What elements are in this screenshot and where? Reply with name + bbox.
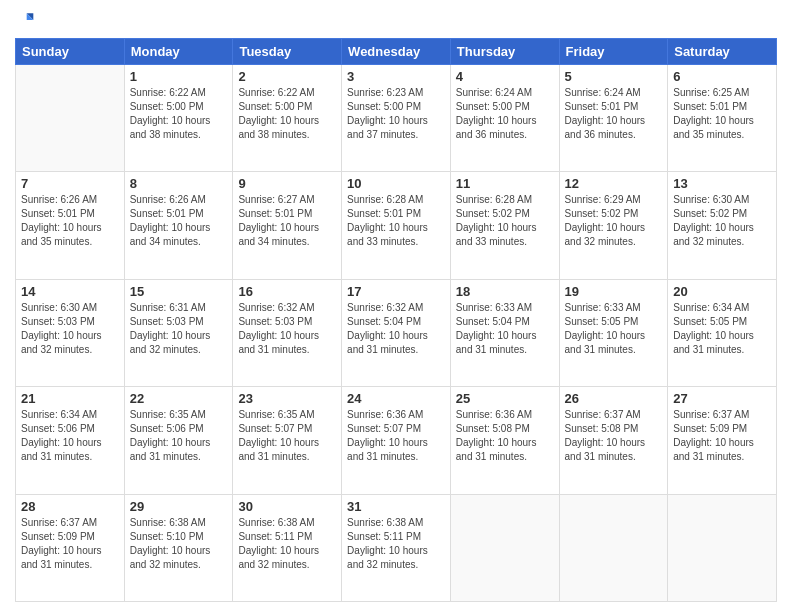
day-number: 3 <box>347 69 445 84</box>
week-row-5: 28Sunrise: 6:37 AM Sunset: 5:09 PM Dayli… <box>16 494 777 601</box>
calendar-cell: 31Sunrise: 6:38 AM Sunset: 5:11 PM Dayli… <box>342 494 451 601</box>
day-info: Sunrise: 6:38 AM Sunset: 5:10 PM Dayligh… <box>130 516 228 572</box>
day-number: 22 <box>130 391 228 406</box>
calendar-cell: 8Sunrise: 6:26 AM Sunset: 5:01 PM Daylig… <box>124 172 233 279</box>
day-number: 11 <box>456 176 554 191</box>
day-info: Sunrise: 6:22 AM Sunset: 5:00 PM Dayligh… <box>130 86 228 142</box>
calendar-cell: 9Sunrise: 6:27 AM Sunset: 5:01 PM Daylig… <box>233 172 342 279</box>
calendar-cell: 22Sunrise: 6:35 AM Sunset: 5:06 PM Dayli… <box>124 387 233 494</box>
week-row-4: 21Sunrise: 6:34 AM Sunset: 5:06 PM Dayli… <box>16 387 777 494</box>
calendar-cell: 3Sunrise: 6:23 AM Sunset: 5:00 PM Daylig… <box>342 65 451 172</box>
day-info: Sunrise: 6:36 AM Sunset: 5:07 PM Dayligh… <box>347 408 445 464</box>
calendar-cell: 20Sunrise: 6:34 AM Sunset: 5:05 PM Dayli… <box>668 279 777 386</box>
day-info: Sunrise: 6:22 AM Sunset: 5:00 PM Dayligh… <box>238 86 336 142</box>
weekday-header-saturday: Saturday <box>668 39 777 65</box>
day-number: 13 <box>673 176 771 191</box>
calendar-cell <box>668 494 777 601</box>
calendar-cell: 17Sunrise: 6:32 AM Sunset: 5:04 PM Dayli… <box>342 279 451 386</box>
day-number: 31 <box>347 499 445 514</box>
calendar-cell: 7Sunrise: 6:26 AM Sunset: 5:01 PM Daylig… <box>16 172 125 279</box>
day-number: 30 <box>238 499 336 514</box>
day-info: Sunrise: 6:30 AM Sunset: 5:03 PM Dayligh… <box>21 301 119 357</box>
day-info: Sunrise: 6:34 AM Sunset: 5:06 PM Dayligh… <box>21 408 119 464</box>
day-info: Sunrise: 6:24 AM Sunset: 5:00 PM Dayligh… <box>456 86 554 142</box>
calendar-cell <box>450 494 559 601</box>
day-info: Sunrise: 6:33 AM Sunset: 5:05 PM Dayligh… <box>565 301 663 357</box>
calendar-cell: 19Sunrise: 6:33 AM Sunset: 5:05 PM Dayli… <box>559 279 668 386</box>
day-number: 19 <box>565 284 663 299</box>
weekday-header-monday: Monday <box>124 39 233 65</box>
day-number: 9 <box>238 176 336 191</box>
calendar-cell: 18Sunrise: 6:33 AM Sunset: 5:04 PM Dayli… <box>450 279 559 386</box>
weekday-header-friday: Friday <box>559 39 668 65</box>
day-info: Sunrise: 6:30 AM Sunset: 5:02 PM Dayligh… <box>673 193 771 249</box>
day-info: Sunrise: 6:29 AM Sunset: 5:02 PM Dayligh… <box>565 193 663 249</box>
calendar-cell: 1Sunrise: 6:22 AM Sunset: 5:00 PM Daylig… <box>124 65 233 172</box>
day-number: 28 <box>21 499 119 514</box>
week-row-3: 14Sunrise: 6:30 AM Sunset: 5:03 PM Dayli… <box>16 279 777 386</box>
calendar-cell: 28Sunrise: 6:37 AM Sunset: 5:09 PM Dayli… <box>16 494 125 601</box>
day-info: Sunrise: 6:28 AM Sunset: 5:01 PM Dayligh… <box>347 193 445 249</box>
weekday-header-wednesday: Wednesday <box>342 39 451 65</box>
day-number: 27 <box>673 391 771 406</box>
calendar-cell: 13Sunrise: 6:30 AM Sunset: 5:02 PM Dayli… <box>668 172 777 279</box>
calendar-cell: 5Sunrise: 6:24 AM Sunset: 5:01 PM Daylig… <box>559 65 668 172</box>
day-number: 16 <box>238 284 336 299</box>
calendar-cell: 10Sunrise: 6:28 AM Sunset: 5:01 PM Dayli… <box>342 172 451 279</box>
day-info: Sunrise: 6:24 AM Sunset: 5:01 PM Dayligh… <box>565 86 663 142</box>
calendar-cell: 27Sunrise: 6:37 AM Sunset: 5:09 PM Dayli… <box>668 387 777 494</box>
calendar-cell: 12Sunrise: 6:29 AM Sunset: 5:02 PM Dayli… <box>559 172 668 279</box>
day-number: 21 <box>21 391 119 406</box>
calendar-cell: 29Sunrise: 6:38 AM Sunset: 5:10 PM Dayli… <box>124 494 233 601</box>
day-number: 25 <box>456 391 554 406</box>
weekday-header-sunday: Sunday <box>16 39 125 65</box>
logo <box>15 10 39 30</box>
calendar-cell <box>559 494 668 601</box>
calendar-cell: 14Sunrise: 6:30 AM Sunset: 5:03 PM Dayli… <box>16 279 125 386</box>
day-number: 5 <box>565 69 663 84</box>
calendar-cell: 2Sunrise: 6:22 AM Sunset: 5:00 PM Daylig… <box>233 65 342 172</box>
day-number: 4 <box>456 69 554 84</box>
day-info: Sunrise: 6:38 AM Sunset: 5:11 PM Dayligh… <box>347 516 445 572</box>
day-info: Sunrise: 6:37 AM Sunset: 5:09 PM Dayligh… <box>21 516 119 572</box>
page: SundayMondayTuesdayWednesdayThursdayFrid… <box>0 0 792 612</box>
day-info: Sunrise: 6:23 AM Sunset: 5:00 PM Dayligh… <box>347 86 445 142</box>
day-info: Sunrise: 6:26 AM Sunset: 5:01 PM Dayligh… <box>130 193 228 249</box>
day-number: 20 <box>673 284 771 299</box>
day-number: 23 <box>238 391 336 406</box>
day-info: Sunrise: 6:27 AM Sunset: 5:01 PM Dayligh… <box>238 193 336 249</box>
day-info: Sunrise: 6:32 AM Sunset: 5:03 PM Dayligh… <box>238 301 336 357</box>
day-info: Sunrise: 6:36 AM Sunset: 5:08 PM Dayligh… <box>456 408 554 464</box>
day-number: 29 <box>130 499 228 514</box>
calendar-table: SundayMondayTuesdayWednesdayThursdayFrid… <box>15 38 777 602</box>
calendar-cell: 6Sunrise: 6:25 AM Sunset: 5:01 PM Daylig… <box>668 65 777 172</box>
calendar-cell: 4Sunrise: 6:24 AM Sunset: 5:00 PM Daylig… <box>450 65 559 172</box>
day-number: 1 <box>130 69 228 84</box>
day-number: 26 <box>565 391 663 406</box>
calendar-cell: 30Sunrise: 6:38 AM Sunset: 5:11 PM Dayli… <box>233 494 342 601</box>
day-number: 15 <box>130 284 228 299</box>
calendar-cell: 11Sunrise: 6:28 AM Sunset: 5:02 PM Dayli… <box>450 172 559 279</box>
weekday-header-row: SundayMondayTuesdayWednesdayThursdayFrid… <box>16 39 777 65</box>
header <box>15 10 777 30</box>
day-info: Sunrise: 6:33 AM Sunset: 5:04 PM Dayligh… <box>456 301 554 357</box>
day-info: Sunrise: 6:31 AM Sunset: 5:03 PM Dayligh… <box>130 301 228 357</box>
day-info: Sunrise: 6:38 AM Sunset: 5:11 PM Dayligh… <box>238 516 336 572</box>
day-number: 24 <box>347 391 445 406</box>
calendar-cell: 16Sunrise: 6:32 AM Sunset: 5:03 PM Dayli… <box>233 279 342 386</box>
day-info: Sunrise: 6:28 AM Sunset: 5:02 PM Dayligh… <box>456 193 554 249</box>
day-number: 17 <box>347 284 445 299</box>
day-number: 12 <box>565 176 663 191</box>
calendar-cell <box>16 65 125 172</box>
day-number: 6 <box>673 69 771 84</box>
calendar-cell: 15Sunrise: 6:31 AM Sunset: 5:03 PM Dayli… <box>124 279 233 386</box>
day-number: 2 <box>238 69 336 84</box>
logo-icon <box>15 10 35 30</box>
calendar-cell: 25Sunrise: 6:36 AM Sunset: 5:08 PM Dayli… <box>450 387 559 494</box>
day-number: 18 <box>456 284 554 299</box>
day-info: Sunrise: 6:35 AM Sunset: 5:06 PM Dayligh… <box>130 408 228 464</box>
week-row-1: 1Sunrise: 6:22 AM Sunset: 5:00 PM Daylig… <box>16 65 777 172</box>
day-info: Sunrise: 6:34 AM Sunset: 5:05 PM Dayligh… <box>673 301 771 357</box>
day-info: Sunrise: 6:35 AM Sunset: 5:07 PM Dayligh… <box>238 408 336 464</box>
calendar-cell: 26Sunrise: 6:37 AM Sunset: 5:08 PM Dayli… <box>559 387 668 494</box>
